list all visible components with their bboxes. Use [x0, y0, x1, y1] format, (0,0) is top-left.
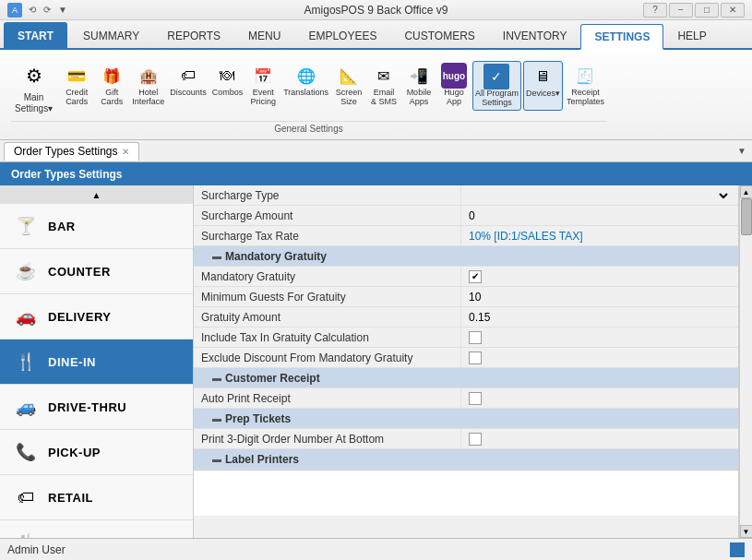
hotel-interface-icon: 🏨 — [136, 63, 161, 89]
general-settings-group: ⚙ MainSettings▾ 💳 CreditCards 🎁 GiftCard… — [6, 54, 612, 136]
surcharge-type-label: Surcharge Type — [194, 185, 461, 205]
tab-help[interactable]: HELP — [663, 22, 720, 48]
title-bar: A ⟲ ⟳ ▼ AmigosPOS 9 Back Office v9 ? − □… — [0, 0, 752, 20]
redo-btn[interactable]: ⟳ — [41, 4, 54, 16]
section-title-4: Label Printers — [225, 453, 299, 466]
mobile-apps-button[interactable]: 📲 MobileApps — [402, 61, 436, 111]
dine-in-icon: 🍴 — [13, 349, 39, 375]
email-sms-button[interactable]: ✉ Email& SMS — [367, 61, 400, 111]
scroll-down-btn[interactable]: ▼ — [740, 525, 753, 538]
discounts-button[interactable]: 🏷 Discounts — [168, 61, 209, 111]
maximize-btn[interactable]: □ — [695, 3, 719, 18]
pick-up-icon: 📞 — [13, 439, 39, 465]
hotel-interface-button[interactable]: 🏨 HotelInterface — [130, 61, 166, 111]
combos-button[interactable]: 🍽 Combos — [210, 61, 245, 111]
hotel-interface-label: HotelInterface — [132, 89, 164, 107]
tab-summary[interactable]: SUMMARY — [69, 22, 153, 48]
exclude-discount-checkbox[interactable] — [469, 351, 482, 364]
collapse-icon[interactable]: ▬ — [212, 251, 221, 261]
mandatory-gratuity-section-label: ▬ Mandatory Gratuity — [194, 246, 461, 266]
tab-inventory[interactable]: INVENTORY — [489, 22, 581, 48]
collapse-icon-3[interactable]: ▬ — [212, 413, 221, 423]
bar-label: BAR — [48, 220, 76, 233]
hugo-app-button[interactable]: hugo HugoApp — [437, 61, 471, 111]
sidebar-scroll-up[interactable]: ▲ — [0, 185, 193, 204]
include-tax-value — [461, 328, 738, 347]
surcharge-type-value[interactable] — [461, 185, 738, 205]
all-program-settings-label: All ProgramSettings — [475, 89, 519, 108]
table-row: Include Tax In Gratuity Calculation — [194, 328, 738, 348]
ribbon-tabs: START SUMMARY REPORTS MENU EMPLOYEES CUS… — [0, 20, 752, 50]
tabs-scroll-right[interactable]: ▼ — [735, 144, 748, 158]
combos-label: Combos — [212, 89, 244, 98]
tab-settings[interactable]: SETTINGS — [580, 24, 663, 50]
retail-label: RETAIL — [48, 491, 93, 505]
mandatory-gratuity-checkbox[interactable]: ✔ — [469, 270, 482, 283]
credit-cards-button[interactable]: 💳 CreditCards — [60, 61, 93, 111]
receipt-templates-button[interactable]: 🧾 ReceiptTemplates — [565, 61, 606, 111]
screen-size-button[interactable]: 📐 ScreenSize — [332, 61, 365, 111]
translations-button[interactable]: 🌐 Translations — [281, 61, 330, 111]
sidebar-item-bar[interactable]: 🍸 BAR — [0, 204, 193, 249]
scroll-thumb[interactable] — [741, 198, 752, 235]
event-pricing-button[interactable]: 📅 EventPricing — [246, 61, 280, 111]
vertical-scrollbar: ▲ ▼ — [739, 185, 752, 538]
tab-menu[interactable]: MENU — [234, 22, 294, 48]
sidebar-item-retail[interactable]: 🏷 RETAIL — [0, 475, 193, 520]
dine-in-label: DINE-IN — [48, 355, 96, 369]
status-user: Admin User — [7, 543, 66, 556]
email-sms-icon: ✉ — [371, 63, 397, 89]
tab-customers[interactable]: CUSTOMERS — [390, 22, 488, 48]
discounts-icon: 🏷 — [175, 63, 201, 89]
tab-employees[interactable]: EMPLOYEES — [294, 22, 390, 48]
translations-label: Translations — [283, 89, 328, 98]
help-btn[interactable]: ? — [643, 3, 667, 18]
prep-tickets-section: ▬ Prep Tickets — [194, 409, 738, 429]
devices-button[interactable]: 🖥 Devices▾ — [523, 61, 563, 111]
combos-icon: 🍽 — [214, 63, 240, 89]
close-btn[interactable]: ✕ — [721, 3, 745, 18]
qa-dropdown[interactable]: ▼ — [55, 4, 70, 16]
surcharge-type-select[interactable] — [469, 189, 731, 202]
sidebar-item-delivery[interactable]: 🚗 DELIVERY — [0, 294, 193, 340]
tab-start[interactable]: START — [4, 22, 67, 48]
doc-tab-order-types[interactable]: Order Types Settings ✕ — [4, 142, 139, 161]
gift-cards-button[interactable]: 🎁 GiftCards — [95, 61, 128, 111]
all-program-settings-button[interactable]: ✓ All ProgramSettings — [472, 61, 521, 111]
sidebar-item-counter[interactable]: ☕ COUNTER — [0, 249, 193, 294]
include-tax-checkbox[interactable] — [469, 331, 482, 344]
prep-tickets-section-label: ▬ Prep Tickets — [194, 409, 461, 428]
scroll-up-btn[interactable]: ▲ — [740, 185, 753, 198]
sidebar-item-dine-in[interactable]: 🍴 DINE-IN — [0, 340, 193, 385]
drive-thru-label: DRIVE-THRU — [48, 400, 126, 414]
collapse-icon-2[interactable]: ▬ — [212, 373, 221, 383]
gift-cards-label: GiftCards — [101, 89, 123, 107]
undo-btn[interactable]: ⟲ — [26, 4, 39, 16]
collapse-icon-4[interactable]: ▬ — [212, 454, 221, 464]
devices-icon: 🖥 — [530, 64, 555, 89]
min-guests-value: 10 — [461, 287, 738, 306]
status-indicator — [730, 542, 745, 557]
page-title-bar: Order Types Settings — [0, 162, 752, 185]
minimize-btn[interactable]: − — [669, 3, 693, 18]
print-3-digit-checkbox[interactable] — [469, 433, 482, 446]
doc-tab-close[interactable]: ✕ — [122, 147, 129, 157]
table-row: Surcharge Amount 0 — [194, 206, 738, 226]
tab-reports[interactable]: REPORTS — [153, 22, 234, 48]
all-program-settings-icon: ✓ — [483, 64, 509, 89]
main-area: Order Types Settings ▲ 🍸 BAR ☕ COUNTER 🚗… — [0, 162, 752, 538]
gratuity-amount-label: Gratuity Amount — [194, 307, 461, 327]
auto-print-checkbox[interactable] — [469, 392, 482, 405]
sidebar-item-pick-up[interactable]: 📞 PICK-UP — [0, 430, 193, 475]
counter-label: COUNTER — [48, 265, 111, 279]
delivery-label: DELIVERY — [48, 310, 112, 324]
main-settings-button[interactable]: ⚙ MainSettings▾ — [11, 57, 56, 116]
event-pricing-icon: 📅 — [250, 63, 276, 89]
min-guests-label: Minimum Guests For Gratuity — [194, 287, 461, 306]
ribbon-group-items: ⚙ MainSettings▾ 💳 CreditCards 🎁 GiftCard… — [11, 54, 606, 121]
sidebar-item-room-service[interactable]: 🍴 ROOM SERVICE — [0, 520, 193, 538]
surcharge-tax-rate-label: Surcharge Tax Rate — [194, 226, 461, 245]
scroll-track — [740, 198, 752, 525]
page-title: Order Types Settings — [11, 168, 122, 181]
sidebar-item-drive-thru[interactable]: 🚙 DRIVE-THRU — [0, 385, 193, 430]
